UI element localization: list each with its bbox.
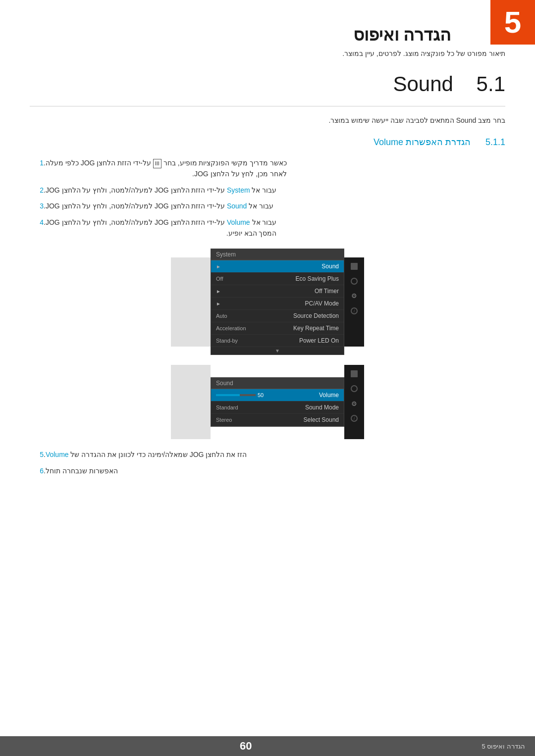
screen2-menu: Sound 50 Volume Standard Sound Mode Ster bbox=[211, 377, 344, 427]
header-section: 5 הגדרה ואיפוס תיאור מפורט של כל פונקציה… bbox=[0, 0, 535, 57]
subsection-title-text: הגדרת האפשרות Volume bbox=[374, 137, 471, 147]
screen1-header: System bbox=[211, 249, 344, 260]
sidebar-icon-info2: i bbox=[349, 413, 359, 423]
steps-list: כאשר מדריך מקשי הפונקציות מופיע, בחר III… bbox=[30, 157, 505, 239]
screen1-item-pcav: ► PC/AV Mode bbox=[211, 298, 344, 310]
arrow-icon-1: ► bbox=[216, 264, 221, 269]
scroll-indicator-1: ▼ bbox=[211, 347, 344, 354]
volume-bar bbox=[216, 394, 256, 396]
subsection-title: 5.1.1 הגדרת האפשרות Volume bbox=[30, 137, 505, 148]
chapter-number: 5 bbox=[504, 7, 521, 38]
section-title: Sound 5.1 bbox=[30, 72, 505, 96]
step-6-num: 6 bbox=[34, 465, 44, 476]
screen2-item-selectsound: Stereo Select Sound bbox=[211, 414, 344, 426]
step-1-num: 1 bbox=[34, 157, 44, 168]
sidebar-icon-monitor bbox=[349, 261, 359, 271]
screen1-item-offtimer: ► Off Timer bbox=[211, 285, 344, 298]
volume-bar-container: 50 bbox=[216, 392, 319, 398]
screen1-item-led: Stand-by Power LED On bbox=[211, 335, 344, 347]
screen2-header: Sound bbox=[211, 378, 344, 389]
sidebar-icon-gear: ⚙ bbox=[349, 291, 359, 301]
sidebar-icon-info: i bbox=[349, 306, 359, 316]
step-6: האפשרות שנבחרה תוחל. 6 bbox=[30, 465, 505, 476]
sidebar-icon-circle1 bbox=[349, 276, 359, 286]
section-number: 5.1 bbox=[477, 72, 505, 96]
step-6-text: האפשרות שנבחרה תוחל. bbox=[44, 465, 118, 476]
chapter-title: הגדרה ואיפוס bbox=[0, 25, 456, 45]
step-2: עבור אל System על-ידי הזזת הלחצן JOG למע… bbox=[30, 185, 505, 196]
screen1-menu: System ► Sound Off Eco Saving Plus ► Off… bbox=[211, 249, 344, 355]
arrow-icon-3: ► bbox=[216, 301, 221, 306]
page-number: 60 bbox=[240, 740, 252, 753]
arrow-icon-2: ► bbox=[216, 289, 221, 294]
volume-bar-fill bbox=[216, 394, 240, 396]
screen1-sidebar: ⚙ i bbox=[344, 257, 364, 347]
divider bbox=[30, 106, 505, 106]
chapter-badge: 5 bbox=[490, 0, 535, 45]
screen2-item-volume: 50 Volume bbox=[211, 389, 344, 402]
content-area: Sound 5.1 בחר מצב Sound המתאים לסביבה שב… bbox=[0, 72, 535, 476]
icon-placeholder: III bbox=[153, 159, 161, 169]
screen2-sidebar: ⚙ i bbox=[344, 365, 364, 439]
step-5-num: 5 bbox=[34, 449, 44, 460]
sidebar-icon-gear2: ⚙ bbox=[349, 399, 359, 408]
bottom-bar-label: הגדרה ואיפוס 5 bbox=[482, 743, 525, 750]
step-2-num: 2 bbox=[34, 185, 44, 196]
screen2-right-panel bbox=[171, 365, 211, 439]
volume-value: 50 bbox=[258, 392, 264, 398]
bottom-bar: 60 הגדרה ואיפוס 5 bbox=[0, 736, 535, 756]
screen1-wrapper: System ► Sound Off Eco Saving Plus ► Off… bbox=[171, 249, 364, 355]
screen1-item-eco: Off Eco Saving Plus bbox=[211, 273, 344, 285]
subsection-number: 5.1.1 bbox=[485, 137, 505, 147]
screen1-right-panel bbox=[171, 257, 211, 347]
step-4: עבור אל Volume על-ידי הזזת הלחצן JOG למע… bbox=[30, 217, 505, 239]
screen2-wrapper: Sound 50 Volume Standard Sound Mode Ster bbox=[171, 365, 364, 439]
step-4-num: 4 bbox=[34, 217, 44, 228]
step-5: הזז את הלחצן JOG שמאלה/ימינה כדי לכוונן … bbox=[30, 449, 505, 460]
step-1: כאשר מדריך מקשי הפונקציות מופיע, בחר III… bbox=[30, 157, 505, 180]
section-description: בחר מצב Sound המתאים לסביבה שבה ייעשה שי… bbox=[30, 116, 505, 124]
footer-steps-list: הזז את הלחצן JOG שמאלה/ימינה כדי לכוונן … bbox=[30, 449, 505, 476]
chapter-subtitle: תיאור מפורט של כל פונקציה מוצג. לפרטים, … bbox=[30, 50, 505, 57]
screens-container: System ► Sound Off Eco Saving Plus ► Off… bbox=[30, 249, 505, 439]
sidebar-icon-circle2 bbox=[349, 384, 359, 394]
step-3: עבור אל Sound על-ידי הזזת הלחצן JOG למעל… bbox=[30, 201, 505, 211]
screen1-item-source: Auto Source Detection bbox=[211, 310, 344, 322]
step-3-num: 3 bbox=[34, 201, 44, 211]
screen1-item-key: Acceleration Key Repeat Time bbox=[211, 322, 344, 335]
screen2-item-soundmode: Standard Sound Mode bbox=[211, 402, 344, 414]
section-title-text: Sound bbox=[393, 72, 453, 96]
screen1-item-sound: ► Sound bbox=[211, 260, 344, 273]
sidebar-icon-monitor2 bbox=[349, 369, 359, 379]
